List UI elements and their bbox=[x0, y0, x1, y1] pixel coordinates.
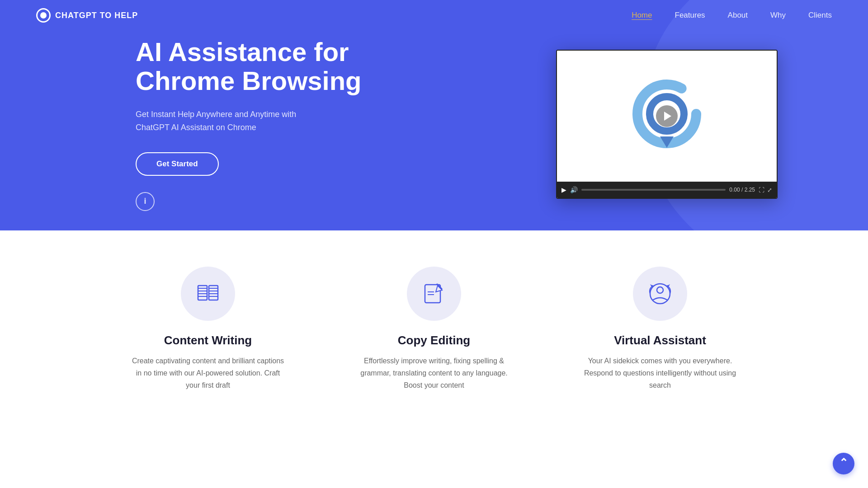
get-started-button[interactable]: Get Started bbox=[136, 152, 219, 176]
scroll-to-top-button[interactable] bbox=[833, 453, 854, 474]
feature-card-copy-editing: Copy Editing Effortlessly improve writin… bbox=[357, 267, 511, 392]
virtual-assistant-desc: Your AI sidekick comes with you everywhe… bbox=[583, 355, 737, 392]
video-progress[interactable] bbox=[581, 189, 726, 191]
content-writing-icon bbox=[196, 282, 220, 305]
svg-point-17 bbox=[657, 287, 663, 293]
video-controls: ▶ 🔊 0.00 / 2.25 ⛶ ⤢ bbox=[557, 182, 777, 198]
video-thumbnail bbox=[628, 78, 705, 155]
logo-icon bbox=[36, 8, 51, 23]
svg-rect-3 bbox=[198, 286, 207, 300]
copy-editing-icon-circle bbox=[407, 267, 461, 321]
nav-item-about[interactable]: About bbox=[728, 11, 748, 20]
video-body bbox=[557, 51, 777, 182]
virtual-assistant-title: Virtual Assistant bbox=[614, 333, 706, 347]
svg-rect-8 bbox=[209, 286, 218, 300]
content-writing-icon-circle bbox=[181, 267, 235, 321]
virtual-assistant-icon-circle bbox=[633, 267, 687, 321]
hero-content: AI Assistance for Chrome Browsing Get In… bbox=[0, 0, 868, 230]
copy-editing-icon bbox=[422, 282, 446, 305]
logo[interactable]: CHATGPT TO HELP bbox=[36, 8, 138, 23]
theater-mode-icon[interactable]: ⛶ bbox=[759, 187, 764, 193]
features-section: Content Writing Create captivating conte… bbox=[0, 230, 868, 419]
nav-item-home[interactable]: Home bbox=[632, 11, 652, 20]
nav-link-why[interactable]: Why bbox=[770, 11, 786, 19]
fullscreen-icon[interactable]: ⤢ bbox=[767, 187, 772, 193]
navigation: CHATGPT TO HELP Home Features About Why … bbox=[0, 0, 868, 31]
feature-card-content-writing: Content Writing Create captivating conte… bbox=[131, 267, 285, 392]
hero-title: AI Assistance for Chrome Browsing bbox=[136, 38, 362, 95]
nav-link-about[interactable]: About bbox=[728, 11, 748, 19]
nav-link-features[interactable]: Features bbox=[675, 11, 705, 19]
nav-links: Home Features About Why Clients bbox=[632, 11, 832, 20]
brand-name: CHATGPT TO HELP bbox=[55, 11, 138, 20]
video-controls-right: ⛶ ⤢ bbox=[759, 187, 772, 193]
hero-subtitle: Get Instant Help Anywhere and Anytime wi… bbox=[136, 108, 316, 134]
hero-section: CHATGPT TO HELP Home Features About Why … bbox=[0, 0, 868, 230]
play-pause-button[interactable]: ▶ bbox=[561, 186, 566, 193]
video-player: ▶ 🔊 0.00 / 2.25 ⛶ ⤢ bbox=[556, 50, 778, 199]
play-button[interactable] bbox=[656, 105, 678, 127]
nav-item-clients[interactable]: Clients bbox=[808, 11, 832, 20]
mute-button[interactable]: 🔊 bbox=[570, 186, 578, 193]
virtual-assistant-icon bbox=[648, 282, 672, 305]
nav-item-why[interactable]: Why bbox=[770, 11, 786, 20]
content-writing-title: Content Writing bbox=[164, 333, 252, 347]
copy-editing-desc: Effortlessly improve writing, fixing spe… bbox=[357, 355, 511, 392]
feature-card-virtual-assistant: Virtual Assistant Your AI sidekick comes… bbox=[583, 267, 737, 392]
nav-link-clients[interactable]: Clients bbox=[808, 11, 832, 19]
hero-text: AI Assistance for Chrome Browsing Get In… bbox=[136, 38, 362, 211]
info-button[interactable]: i bbox=[136, 192, 155, 211]
content-writing-desc: Create captivating content and brilliant… bbox=[131, 355, 285, 392]
nav-item-features[interactable]: Features bbox=[675, 11, 705, 20]
copy-editing-title: Copy Editing bbox=[398, 333, 470, 347]
video-time: 0.00 / 2.25 bbox=[729, 187, 755, 193]
nav-link-home[interactable]: Home bbox=[632, 11, 652, 19]
